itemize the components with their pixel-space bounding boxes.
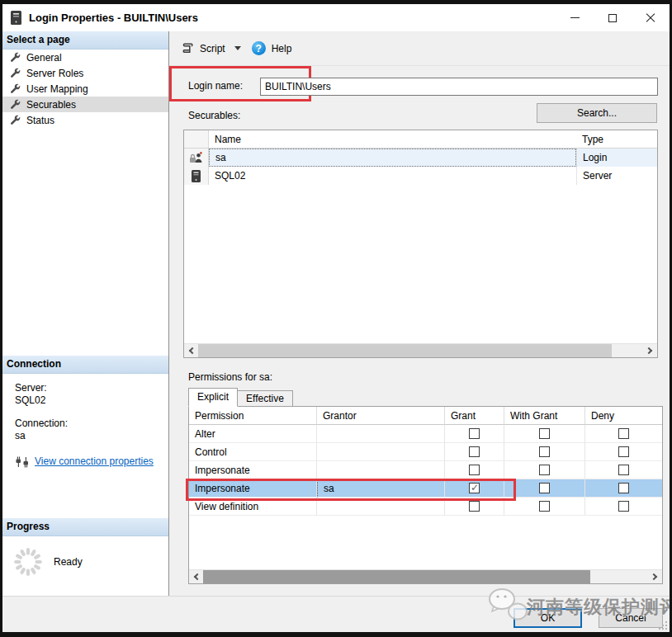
maximize-button[interactable]	[594, 4, 632, 31]
securables-table-header: Name Type	[184, 130, 657, 149]
sidebar-item-securables[interactable]: Securables	[2, 97, 168, 112]
scroll-right-icon[interactable]	[643, 344, 657, 357]
maximize-icon	[608, 14, 617, 22]
column-header-permission[interactable]: Permission	[189, 407, 317, 425]
column-header-grantor[interactable]: Grantor	[317, 407, 445, 425]
scroll-right-icon[interactable]	[648, 570, 662, 583]
wrench-icon	[10, 83, 21, 94]
progress-info: Ready	[2, 536, 168, 578]
permissions-tabs: Explicit Effective	[188, 388, 293, 407]
with-grant-checkbox[interactable]	[539, 483, 550, 493]
wrench-icon	[10, 99, 21, 110]
connection-value: sa	[15, 430, 163, 442]
close-icon	[646, 13, 655, 23]
login-name-input[interactable]	[260, 78, 658, 96]
permission-row-control[interactable]: Control	[189, 443, 662, 461]
connection-header: Connection	[2, 356, 168, 374]
securables-name-cell[interactable]: sa	[209, 149, 576, 167]
permission-cell: Control	[189, 443, 317, 461]
permission-row-impersonate-1[interactable]: Impersonate	[189, 461, 662, 479]
grant-checkbox[interactable]	[469, 428, 480, 439]
with-grant-checkbox[interactable]	[539, 428, 550, 439]
permission-row-impersonate-sa[interactable]: Impersonate sa	[189, 479, 662, 498]
sidebar-item-server-roles[interactable]: Server Roles	[2, 65, 168, 81]
progress-status: Ready	[54, 556, 83, 568]
tab-effective[interactable]: Effective	[238, 390, 293, 407]
grant-checkbox[interactable]	[469, 465, 480, 475]
toolbar: Script Help	[169, 31, 670, 66]
grant-checkbox[interactable]	[469, 446, 480, 457]
grantor-cell: sa	[317, 479, 445, 498]
tab-explicit[interactable]: Explicit	[188, 388, 238, 407]
securables-table: Name Type sa	[183, 130, 658, 358]
securables-type-cell: Login	[576, 149, 657, 167]
sidebar-item-label: General	[26, 52, 62, 64]
script-icon	[180, 41, 194, 55]
with-grant-checkbox[interactable]	[539, 465, 550, 475]
sidebar-item-label: Status	[26, 115, 54, 126]
permission-cell: Alter	[189, 425, 317, 443]
help-button[interactable]: Help	[272, 43, 292, 54]
wrench-icon	[10, 52, 21, 63]
ok-button[interactable]: OK	[513, 608, 582, 628]
login-user-icon	[189, 151, 203, 164]
progress-header: Progress	[2, 518, 168, 536]
grantor-cell	[317, 498, 445, 516]
server-icon	[11, 11, 21, 25]
permission-cell: View definition	[189, 498, 317, 516]
securables-horizontal-scrollbar[interactable]	[184, 343, 657, 357]
column-header-grant[interactable]: Grant	[445, 407, 504, 425]
permissions-horizontal-scrollbar[interactable]	[189, 569, 662, 583]
sidebar-item-general[interactable]: General	[2, 50, 168, 65]
scroll-left-icon[interactable]	[189, 570, 203, 583]
plug-icon	[15, 456, 30, 468]
scrollbar-thumb[interactable]	[203, 570, 590, 583]
minimize-icon	[570, 17, 580, 18]
wrench-icon	[10, 115, 21, 125]
close-button[interactable]	[632, 4, 670, 31]
deny-checkbox[interactable]	[618, 501, 629, 512]
column-header-deny[interactable]: Deny	[585, 407, 662, 425]
deny-checkbox[interactable]	[618, 483, 629, 493]
deny-checkbox[interactable]	[618, 446, 629, 457]
table-row-sa[interactable]: sa Login	[184, 149, 657, 167]
server-value: SQL02	[15, 394, 163, 407]
grant-checkbox[interactable]	[469, 483, 480, 493]
minimize-button[interactable]	[556, 4, 594, 31]
permission-row-view-definition[interactable]: View definition	[189, 498, 662, 516]
with-grant-checkbox[interactable]	[539, 446, 550, 457]
deny-checkbox[interactable]	[618, 428, 629, 439]
sidebar-item-user-mapping[interactable]: User Mapping	[2, 81, 168, 97]
chevron-down-icon[interactable]	[234, 46, 241, 50]
securables-name-cell[interactable]: SQL02	[209, 167, 576, 185]
cancel-button[interactable]: Cancel	[599, 608, 663, 628]
login-properties-dialog: Login Properties - BUILTIN\Users Select …	[0, 0, 672, 637]
search-button[interactable]: Search...	[537, 103, 657, 123]
sidebar-item-status[interactable]: Status	[2, 112, 168, 128]
sidebar: Select a page General Server Roles User …	[2, 31, 169, 596]
scrollbar-thumb[interactable]	[198, 344, 612, 357]
grant-checkbox[interactable]	[469, 501, 480, 512]
table-row-sql02[interactable]: SQL02 Server	[184, 167, 657, 185]
column-header-name[interactable]: Name	[209, 130, 576, 149]
connection-label: Connection:	[15, 418, 163, 430]
permission-cell: Impersonate	[189, 479, 317, 498]
scroll-left-icon[interactable]	[184, 344, 198, 357]
permission-cell: Impersonate	[189, 461, 317, 479]
deny-checkbox[interactable]	[618, 465, 629, 475]
server-icon	[192, 170, 201, 182]
securables-type-cell: Server	[576, 167, 657, 185]
permission-row-alter[interactable]: Alter	[189, 425, 662, 443]
wrench-icon	[10, 68, 21, 78]
login-name-label: Login name:	[188, 80, 243, 92]
script-button[interactable]: Script	[200, 43, 225, 54]
view-connection-properties-link[interactable]: View connection properties	[35, 455, 154, 468]
with-grant-checkbox[interactable]	[539, 501, 550, 512]
resize-grip-icon[interactable]	[658, 620, 668, 630]
column-header-with-grant[interactable]: With Grant	[504, 407, 585, 425]
grantor-cell	[317, 425, 445, 443]
column-header-type[interactable]: Type	[576, 130, 657, 149]
bottom-bar: OK Cancel 河南等级保护测评	[2, 596, 670, 632]
title-bar: Login Properties - BUILTIN\Users	[2, 4, 670, 31]
permissions-table: Permission Grantor Grant With Grant Deny…	[188, 406, 663, 584]
